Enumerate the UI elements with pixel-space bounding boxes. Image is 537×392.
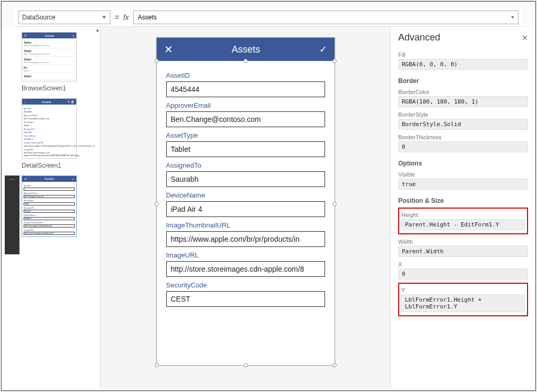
field-label: DeviceName	[24, 135, 75, 137]
field-label: AssetType	[166, 131, 325, 139]
highlight-y: Y LblFormError1.Height + LblFormError1.Y	[398, 283, 528, 316]
edit-icon: ✎	[67, 100, 70, 104]
resize-handle[interactable]	[155, 202, 159, 206]
screen-thumb-detail[interactable]: ‹ Assets ✎ 🗑 AssetID4545444ApproverEmail…	[5, 98, 92, 169]
field-input[interactable]: http://store.storeimages.cdn-apple.com/8	[166, 261, 325, 277]
field-label: AssetID	[24, 184, 75, 187]
formula-bar: DataSource ▼ = fx Assets ▾	[14, 8, 523, 27]
prop-value-width[interactable]: Parent.Width	[398, 246, 528, 257]
prop-label-fill: Fill	[398, 51, 528, 58]
prop-value-x[interactable]: 0	[398, 269, 528, 280]
field-label: ImageThumbnailURL	[24, 221, 75, 224]
field-label: ImageURL	[24, 229, 75, 231]
field-label: DeviceName	[166, 191, 325, 199]
resize-handle[interactable]	[155, 363, 159, 367]
field-input[interactable]: Ben.Change@contoso.com	[166, 111, 325, 127]
prop-value-height[interactable]: Parent.Height - EditForm1.Y	[401, 219, 525, 230]
field-label: ApproverEmail	[166, 101, 325, 109]
field-input[interactable]: CEST	[166, 291, 325, 307]
more-icon[interactable]: ⋯	[5, 176, 19, 254]
formula-input[interactable]: Assets ▾	[133, 11, 519, 24]
list-item: Tablet›	[24, 74, 75, 79]
field-value: iPad Air 4	[24, 138, 75, 140]
field-label: ApproverEmail	[24, 114, 75, 117]
prop-label-width: Width	[398, 239, 528, 245]
prop-value-bordercolor[interactable]: RGBA(180, 180, 180, 1)	[398, 96, 528, 107]
list-item: PCAaron›	[24, 65, 75, 74]
field-label: ImageThumbnailURL	[24, 141, 75, 144]
check-icon[interactable]: ✓	[319, 44, 327, 55]
scrollbar[interactable]: ▴	[95, 27, 100, 388]
field-label: SecurityCode	[166, 281, 325, 289]
delete-icon: 🗑	[71, 100, 74, 104]
edit-form[interactable]: ✕ Assets ✓ AssetID4545444ApproverEmailBe…	[156, 37, 335, 366]
field-value: Tablet	[24, 124, 75, 127]
fx-label: fx	[123, 13, 129, 22]
field-input[interactable]: https://www.apple.com/br/pr/products/in	[166, 231, 325, 247]
field-label: AssetID	[166, 71, 325, 79]
resize-handle[interactable]	[332, 202, 337, 206]
resize-handle[interactable]	[244, 59, 248, 63]
highlight-height: Height Parent.Height - EditForm1.Y	[398, 208, 528, 234]
resize-handle[interactable]	[332, 59, 337, 63]
prop-value-borderstyle[interactable]: BorderStyle.Solid	[398, 119, 528, 130]
chevron-down-icon: ▾	[511, 14, 514, 20]
add-icon: +	[72, 34, 74, 37]
field-input: Saurabh	[24, 210, 75, 213]
scroll-up-icon[interactable]: ▴	[95, 27, 100, 33]
prop-label-height: Height	[401, 212, 525, 218]
prop-label-borderstyle: BorderStyle	[398, 111, 528, 118]
canvas: ✕ Assets ✓ AssetID4545444ApproverEmailBe…	[100, 27, 390, 388]
field-input: Tablet	[24, 202, 75, 205]
field-input	[24, 188, 75, 191]
field-input: https://www.apple.com/br/pr/products/in	[24, 224, 75, 228]
advanced-panel: Advanced ✕ Fill RGBA(0, 0, 0, 0) Border …	[390, 27, 535, 388]
advanced-title: Advanced	[398, 32, 440, 43]
field-input[interactable]: iPad Air 4	[166, 201, 325, 217]
form-title: Assets	[231, 44, 260, 55]
section-possize: Position & Size	[398, 197, 528, 204]
resize-handle[interactable]	[332, 363, 337, 367]
prop-value-visible[interactable]: true	[398, 179, 528, 190]
property-selector[interactable]: DataSource ▼	[18, 11, 110, 24]
thumb-title: Assets	[42, 100, 51, 104]
resize-handle[interactable]	[155, 59, 159, 63]
check-icon: ✓	[72, 177, 74, 181]
close-icon[interactable]: ✕	[164, 43, 173, 56]
field-label: ApproverEmail	[24, 192, 75, 194]
refresh-icon: ⟳	[24, 34, 27, 37]
prop-value-y[interactable]: LblFormError1.Height + LblFormError1.Y	[401, 294, 525, 312]
section-border: Border	[398, 77, 528, 85]
field-input[interactable]: Tablet	[166, 141, 325, 157]
field-value: 4545444	[24, 110, 75, 113]
field-label: AssetType	[24, 199, 75, 202]
field-input[interactable]: 4545444	[166, 81, 325, 97]
field-label: DeviceName	[24, 214, 75, 216]
field-label: ImageURL	[24, 148, 75, 151]
prop-label-borderthickness: BorderThickness	[398, 134, 528, 140]
prop-label-bordercolor: BorderColor	[398, 89, 528, 95]
section-options: Options	[398, 160, 528, 167]
field-input[interactable]: Saurabh	[166, 171, 325, 187]
screen-label: BrowseScreen1	[22, 85, 92, 92]
prop-value-fill[interactable]: RGBA(0, 0, 0, 0)	[398, 59, 528, 70]
field-label: ImageURL	[166, 251, 325, 259]
list-item: TabletBen.Change@contoso.com›	[24, 40, 75, 48]
field-value: https://www.apple.com/br/pr/products/ima…	[24, 145, 75, 147]
property-selector-label: DataSource	[22, 14, 55, 21]
thumb-title: Assets	[45, 34, 54, 37]
field-value: Saurabh	[24, 131, 75, 133]
field-label: AssignedTo	[24, 128, 75, 130]
screen-thumb-browse[interactable]: ⟳ Assets + TabletBen.Change@contoso.com›…	[5, 32, 92, 92]
form-header: ✕ Assets ✓	[157, 38, 335, 61]
field-value: http://store.storeimages.cdn-apple.com/8…	[24, 151, 75, 157]
list-item: TabletBen.Change@contoso.com›	[24, 57, 75, 65]
screen-label: DetailScreen1	[22, 162, 92, 169]
screen-thumb-edit[interactable]: ⋯ ✕ Assets ✓ AssetIDApproverEmailBen.Cha…	[5, 176, 92, 254]
thumb-title: Assets	[44, 177, 54, 181]
close-icon[interactable]: ✕	[522, 34, 528, 42]
close-icon: ✕	[24, 177, 27, 181]
resize-handle[interactable]	[244, 363, 248, 367]
prop-label-y: Y	[401, 287, 525, 293]
prop-value-borderthickness[interactable]: 0	[398, 141, 528, 152]
